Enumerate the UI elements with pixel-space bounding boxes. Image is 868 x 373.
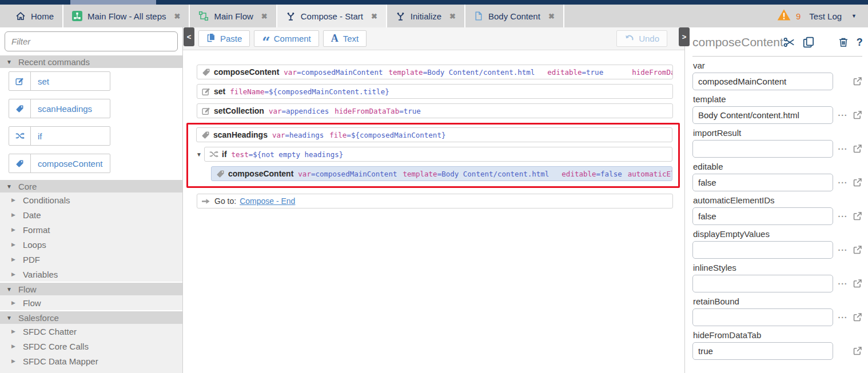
field-label: automaticElementIDs xyxy=(693,195,862,205)
text-button[interactable]: A Text xyxy=(323,30,367,47)
retainbound-input[interactable] xyxy=(692,308,833,326)
hidefromdatatab-input[interactable] xyxy=(692,342,833,360)
shuffle-icon xyxy=(209,150,218,159)
app-window: HomeMain Flow - All steps✖Main Flow✖Comp… xyxy=(0,0,868,373)
close-icon[interactable]: ✖ xyxy=(261,12,268,21)
collapse-toggle-icon[interactable]: ▼ xyxy=(196,151,204,158)
sidebar-item-sfdc-email[interactable]: ▶SFDC Email xyxy=(0,368,182,373)
goto-step[interactable]: Go to:Compose - End xyxy=(197,194,673,208)
section-header-flow[interactable]: ▼Flow xyxy=(0,283,182,295)
ellipsis-button[interactable]: ··· xyxy=(838,212,848,221)
home-icon xyxy=(15,11,26,21)
sidebar-item-loops[interactable]: ▶Loops xyxy=(0,237,182,252)
step-attribute-filename: fileName=${composedMainContent.title} xyxy=(230,87,389,96)
external-link-icon xyxy=(853,346,862,356)
flow-step-composecontent[interactable]: composeContentvar=composedMainContenttem… xyxy=(197,65,673,79)
sidebar-item-variables[interactable]: ▶Variables xyxy=(0,267,182,282)
close-icon[interactable]: ✖ xyxy=(548,12,555,21)
external-link-button[interactable] xyxy=(853,312,862,322)
tab-main-flow-all-steps[interactable]: Main Flow - All steps✖ xyxy=(63,5,190,27)
inlinestyles-input[interactable] xyxy=(692,275,833,292)
ellipsis-button[interactable]: ··· xyxy=(838,178,848,187)
trash-icon[interactable] xyxy=(838,37,849,47)
section-header-salesforce[interactable]: ▼Salesforce xyxy=(0,311,182,324)
flow-step-if[interactable]: iftest=${not empty headings} xyxy=(204,147,672,162)
importresult-input[interactable] xyxy=(692,140,833,158)
ellipsis-button[interactable]: ··· xyxy=(838,279,848,288)
flow-step-scanheadings[interactable]: scanHeadingsvar=headingsfile=${composedM… xyxy=(196,127,672,142)
sidebar-item-conditionals[interactable]: ▶Conditionals xyxy=(0,192,182,207)
flow-step-list: composeContentvar=composedMainContenttem… xyxy=(183,50,684,213)
help-icon[interactable]: ? xyxy=(857,37,863,49)
tab-label: Home xyxy=(31,11,54,21)
external-link-icon xyxy=(853,77,862,86)
section-header-core[interactable]: ▼Core xyxy=(0,180,182,192)
close-icon[interactable]: ✖ xyxy=(449,12,456,21)
undo-label: Undo xyxy=(639,34,659,43)
tab-label: Main Flow xyxy=(214,11,253,21)
command-icon-cell xyxy=(9,72,31,90)
tag-icon xyxy=(201,131,210,139)
sidebar-item-sfdc-core-calls[interactable]: ▶SFDC Core Calls xyxy=(0,339,182,354)
automaticelementids-input[interactable] xyxy=(692,207,833,225)
field-row: ··· xyxy=(692,275,862,292)
flow-step-setcollection[interactable]: setCollectionvar=appendiceshideFromDataT… xyxy=(197,103,673,118)
panel-title: composeContent xyxy=(692,35,783,49)
tab-main-flow[interactable]: Main Flow✖ xyxy=(190,5,277,27)
displayemptyvalues-input[interactable] xyxy=(692,241,833,259)
template-input[interactable] xyxy=(692,106,833,124)
paste-button[interactable]: Paste xyxy=(198,30,250,47)
sidebar-item-format[interactable]: ▶Format xyxy=(0,222,182,237)
external-link-button[interactable] xyxy=(853,279,862,288)
field-row xyxy=(692,73,862,90)
collapse-left-button[interactable]: < xyxy=(184,27,194,46)
cut-icon[interactable] xyxy=(783,37,795,48)
sidebar-item-pdf[interactable]: ▶PDF xyxy=(0,252,182,267)
external-link-button[interactable] xyxy=(853,178,862,187)
step-name: composeContent xyxy=(228,169,293,178)
field-row: ··· xyxy=(692,106,862,124)
ellipsis-button[interactable]: ··· xyxy=(838,111,848,120)
sidebar-item-sfdc-data-mapper[interactable]: ▶SFDC Data Mapper xyxy=(0,354,182,368)
filter-input[interactable] xyxy=(5,31,178,51)
var-input[interactable] xyxy=(692,73,833,90)
external-link-icon xyxy=(853,144,862,154)
undo-button[interactable]: Undo xyxy=(616,30,667,47)
chevron-down-icon: ▼ xyxy=(6,315,12,321)
tab-compose-start[interactable]: Compose - Start✖ xyxy=(277,5,387,27)
ellipsis-button[interactable]: ··· xyxy=(838,313,848,322)
ellipsis-button[interactable]: ··· xyxy=(838,246,848,255)
close-icon[interactable]: ✖ xyxy=(371,12,377,21)
collapse-right-button[interactable]: > xyxy=(679,27,690,46)
goto-arrow-icon xyxy=(202,197,210,206)
command-set[interactable]: set xyxy=(9,71,110,91)
external-link-button[interactable] xyxy=(853,144,862,154)
command-composecontent[interactable]: composeContent xyxy=(9,154,110,173)
external-link-button[interactable] xyxy=(853,245,862,255)
edit-icon xyxy=(15,77,24,86)
test-log-area[interactable]: 9 Test Log ▼ xyxy=(777,5,868,27)
tab-body-content[interactable]: Body Content✖ xyxy=(465,5,564,27)
external-link-button[interactable] xyxy=(853,110,862,120)
sidebar-item-flow[interactable]: ▶Flow xyxy=(0,295,182,310)
external-link-button[interactable] xyxy=(853,77,862,86)
close-icon[interactable]: ✖ xyxy=(174,12,181,21)
ellipsis-button[interactable]: ··· xyxy=(838,145,848,154)
comment-button[interactable]: “ Comment xyxy=(254,30,318,47)
command-scanheadings[interactable]: scanHeadings xyxy=(9,99,110,118)
editable-input[interactable] xyxy=(692,174,833,191)
external-link-button[interactable] xyxy=(853,211,862,221)
tab-initialize[interactable]: Initialize✖ xyxy=(387,5,465,27)
external-link-button[interactable] xyxy=(853,346,862,356)
command-if[interactable]: if xyxy=(9,126,110,146)
flow-step-set[interactable]: setfileName=${composedMainContent.title} xyxy=(197,84,673,99)
edit-icon xyxy=(202,87,210,96)
warning-count: 9 xyxy=(796,11,801,21)
section-header-recent-commands[interactable]: ▼Recent commands xyxy=(0,55,182,68)
sidebar-item-date[interactable]: ▶Date xyxy=(0,207,182,222)
sidebar-item-sfdc-chatter[interactable]: ▶SFDC Chatter xyxy=(0,324,182,339)
goto-link[interactable]: Compose - End xyxy=(240,196,295,206)
flow-step-composecontent[interactable]: composeContentvar=composedMainContenttem… xyxy=(211,166,672,181)
copy-icon[interactable] xyxy=(803,37,814,48)
tab-home[interactable]: Home xyxy=(0,5,63,27)
